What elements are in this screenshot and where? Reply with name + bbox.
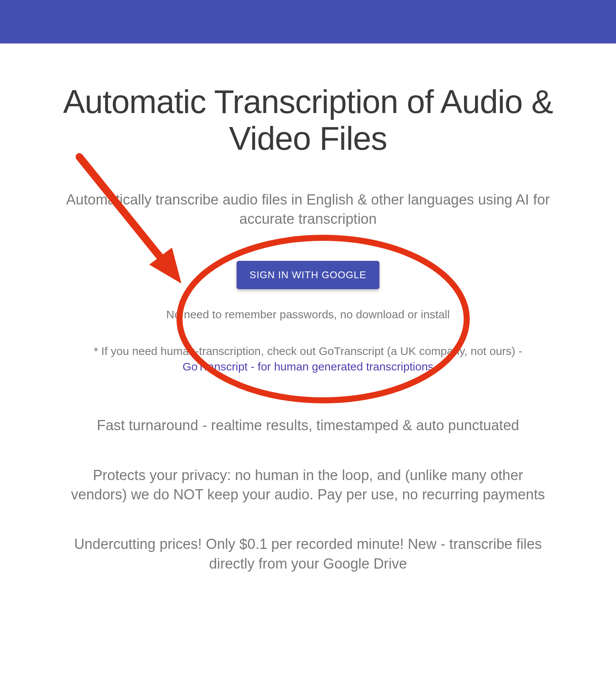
no-password-note: No need to remember passwords, no downlo… xyxy=(45,308,571,321)
feature-pricing: Undercutting prices! Only $0.1 per recor… xyxy=(45,535,571,573)
human-transcript-note: * If you need human-transcription, check… xyxy=(45,344,571,374)
feature-privacy: Protects your privacy: no human in the l… xyxy=(45,466,571,505)
page-title: Automatic Transcription of Audio & Video… xyxy=(45,83,571,157)
human-transcript-prefix: * If you need human-transcription, check… xyxy=(94,345,522,357)
signin-google-button[interactable]: SIGN IN WITH GOOGLE xyxy=(237,261,379,289)
feature-turnaround: Fast turnaround - realtime results, time… xyxy=(45,416,571,435)
header-bar xyxy=(0,0,616,43)
main-content: Automatic Transcription of Audio & Video… xyxy=(0,43,616,573)
subtitle: Automatically transcribe audio files in … xyxy=(45,190,571,229)
gotranscript-link[interactable]: GoTranscript - for human generated trans… xyxy=(183,360,433,373)
